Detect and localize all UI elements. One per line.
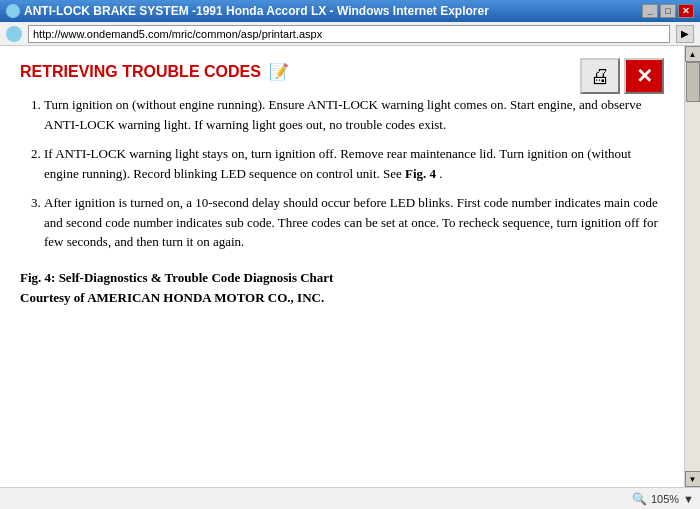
close-window-button[interactable]: ✕ xyxy=(678,4,694,18)
section-heading: RETRIEVING TROUBLE CODES 📝 xyxy=(20,62,664,81)
steps-list: Turn ignition on (without engine running… xyxy=(44,95,664,252)
edit-icon: 📝 xyxy=(269,62,289,81)
scroll-down-button[interactable]: ▼ xyxy=(685,471,701,487)
zoom-dropdown-icon[interactable]: ▼ xyxy=(683,493,694,505)
title-bar-left: ANTI-LOCK BRAKE SYSTEM -1991 Honda Accor… xyxy=(6,4,489,18)
step-1: Turn ignition on (without engine running… xyxy=(44,95,664,134)
close-content-button[interactable]: ✕ xyxy=(624,58,664,94)
zoom-icon: 🔍 xyxy=(632,492,647,506)
scrollbar[interactable]: ▲ ▼ xyxy=(684,46,700,487)
zoom-control[interactable]: 🔍 105% ▼ xyxy=(632,492,694,506)
address-icon xyxy=(6,26,22,42)
step-2: If ANTI-LOCK warning light stays on, tur… xyxy=(44,144,664,183)
fig-caption: Fig. 4: Self-Diagnostics & Trouble Code … xyxy=(20,268,664,310)
title-bar-buttons[interactable]: _ □ ✕ xyxy=(642,4,694,18)
address-bar: ▶ xyxy=(0,22,700,46)
fig-ref: Fig. 4 xyxy=(405,166,436,181)
fig-caption-line1: Fig. 4: Self-Diagnostics & Trouble Code … xyxy=(20,268,664,289)
fig-caption-line2: Courtesy of AMERICAN HONDA MOTOR CO., IN… xyxy=(20,288,664,309)
print-button[interactable]: 🖨 xyxy=(580,58,620,94)
status-bar: 🔍 105% ▼ xyxy=(0,487,700,509)
scroll-thumb[interactable] xyxy=(686,62,700,102)
maximize-button[interactable]: □ xyxy=(660,4,676,18)
main-wrapper: 🖨 ✕ RETRIEVING TROUBLE CODES 📝 Turn igni… xyxy=(0,46,700,487)
step-3-text: After ignition is turned on, a 10-second… xyxy=(44,195,658,249)
print-icon: 🖨 xyxy=(590,65,610,88)
step-3: After ignition is turned on, a 10-second… xyxy=(44,193,664,252)
close-icon: ✕ xyxy=(636,64,653,88)
minimize-button[interactable]: _ xyxy=(642,4,658,18)
go-button[interactable]: ▶ xyxy=(676,25,694,43)
step-1-text: Turn ignition on (without engine running… xyxy=(44,97,641,132)
zoom-level: 105% xyxy=(651,493,679,505)
browser-icon xyxy=(6,4,20,18)
address-input[interactable] xyxy=(28,25,670,43)
scroll-track xyxy=(685,62,700,471)
content-area: 🖨 ✕ RETRIEVING TROUBLE CODES 📝 Turn igni… xyxy=(0,46,684,487)
heading-text: RETRIEVING TROUBLE CODES xyxy=(20,63,261,81)
scroll-up-button[interactable]: ▲ xyxy=(685,46,701,62)
step-2-text: If ANTI-LOCK warning light stays on, tur… xyxy=(44,146,631,181)
title-bar: ANTI-LOCK BRAKE SYSTEM -1991 Honda Accor… xyxy=(0,0,700,22)
window-title: ANTI-LOCK BRAKE SYSTEM -1991 Honda Accor… xyxy=(24,4,489,18)
toolbar-buttons[interactable]: 🖨 ✕ xyxy=(580,58,664,94)
